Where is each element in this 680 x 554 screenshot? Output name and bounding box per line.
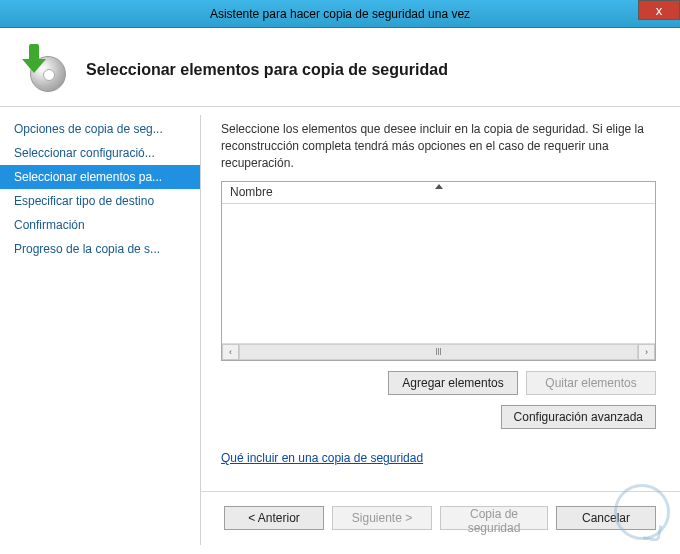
backup-button: Copia de seguridad (440, 506, 548, 530)
column-header-name[interactable]: Nombre (222, 182, 655, 203)
backup-wizard-icon (20, 46, 68, 94)
items-listview[interactable]: Nombre ‹ lll › (221, 181, 656, 361)
advanced-row: Configuración avanzada (221, 405, 656, 429)
close-icon: x (656, 3, 663, 18)
close-button[interactable]: x (638, 0, 680, 20)
sidebar-item-confirmation[interactable]: Confirmación (0, 213, 200, 237)
content-area: Opciones de copia de seg... Seleccionar … (0, 107, 680, 553)
window-title: Asistente para hacer copia de seguridad … (210, 7, 470, 21)
sidebar-item-label: Seleccionar configuració... (14, 146, 155, 160)
sidebar-item-config[interactable]: Seleccionar configuració... (0, 141, 200, 165)
sidebar-item-label: Especificar tipo de destino (14, 194, 154, 208)
column-header-label: Nombre (230, 185, 273, 199)
main-panel: Seleccione los elementos que desee inclu… (201, 107, 680, 553)
scroll-track[interactable]: lll (239, 344, 638, 360)
sidebar-item-label: Progreso de la copia de s... (14, 242, 160, 256)
sidebar-item-select-elements[interactable]: Seleccionar elementos pa... (0, 165, 200, 189)
sidebar-item-label: Opciones de copia de seg... (14, 122, 163, 136)
sidebar-item-destination[interactable]: Especificar tipo de destino (0, 189, 200, 213)
item-buttons-row: Agregar elementos Quitar elementos (221, 371, 656, 395)
scroll-left-button[interactable]: ‹ (222, 344, 239, 360)
listview-body[interactable] (222, 204, 655, 343)
sidebar-item-label: Confirmación (14, 218, 85, 232)
titlebar: Asistente para hacer copia de seguridad … (0, 0, 680, 28)
horizontal-scrollbar[interactable]: ‹ lll › (222, 343, 655, 360)
cancel-button[interactable]: Cancelar (556, 506, 656, 530)
remove-items-button: Quitar elementos (526, 371, 656, 395)
sidebar-item-progress[interactable]: Progreso de la copia de s... (0, 237, 200, 261)
wizard-footer: < Anterior Siguiente > Copia de segurida… (200, 491, 680, 544)
advanced-config-button[interactable]: Configuración avanzada (501, 405, 656, 429)
sort-ascending-icon (435, 184, 443, 189)
back-button[interactable]: < Anterior (224, 506, 324, 530)
sidebar-item-options[interactable]: Opciones de copia de seg... (0, 117, 200, 141)
listview-header[interactable]: Nombre (222, 182, 655, 204)
scroll-right-button[interactable]: › (638, 344, 655, 360)
add-items-button[interactable]: Agregar elementos (388, 371, 518, 395)
page-title: Seleccionar elementos para copia de segu… (86, 61, 448, 79)
next-button: Siguiente > (332, 506, 432, 530)
wizard-header: Seleccionar elementos para copia de segu… (0, 28, 680, 106)
help-link[interactable]: Qué incluir en una copia de seguridad (221, 451, 656, 465)
wizard-steps-sidebar: Opciones de copia de seg... Seleccionar … (0, 107, 200, 553)
sidebar-item-label: Seleccionar elementos pa... (14, 170, 162, 184)
instructions-text: Seleccione los elementos que desee inclu… (221, 121, 656, 171)
